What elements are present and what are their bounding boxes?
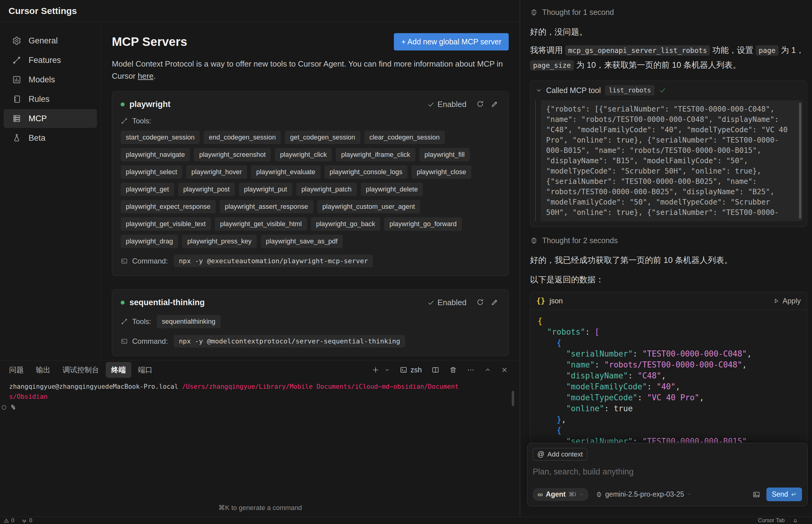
status-bar: 0 0 Cursor Tab [0, 517, 812, 524]
code-line: "displayName": "B15", "modelFamilyCode":… [546, 155, 797, 166]
panel-tab-2[interactable]: 调试控制台 [63, 365, 99, 375]
json-code-line: { [537, 425, 799, 436]
shell-session-item[interactable]: zsh [400, 366, 422, 374]
panel-tab-3[interactable]: 终端 [106, 362, 131, 378]
code-line: {"serialNumber": "TEST00-0000-000-B025",… [546, 176, 797, 186]
enabled-toggle[interactable]: Enabled [427, 298, 466, 307]
add-context-button[interactable]: @ Add context [533, 448, 587, 460]
model-selector[interactable]: gemini-2.5-pro-exp-03-25 [596, 490, 691, 498]
tools-icon [121, 117, 128, 125]
panel-tab-4[interactable]: 端口 [138, 365, 152, 375]
at-icon: @ [537, 450, 544, 458]
sidebar-item-beta[interactable]: Beta [4, 129, 97, 147]
ports-status[interactable]: 0 [21, 517, 32, 524]
tool-chip: playwright_get_visible_html [215, 217, 307, 231]
tool-chip: get_codegen_session [285, 131, 360, 144]
agent-shortcut: ⌘I [568, 491, 576, 498]
agent-mode-selector[interactable]: ∞ Agent ⌘I [533, 488, 589, 501]
thought-row-1[interactable]: Thought for 1 second [530, 8, 807, 17]
maximize-panel-button[interactable] [484, 366, 491, 373]
panel-tab-0[interactable]: 问题 [9, 365, 24, 375]
trash-icon [449, 366, 457, 374]
sidebar-item-label: Models [29, 75, 55, 84]
mcp-docs-link[interactable]: here [138, 71, 153, 81]
terminal-line: s/Obsidian [9, 392, 520, 402]
apply-button[interactable]: Apply [773, 297, 801, 305]
tool-chip: playwright_drag [121, 235, 178, 248]
tool-output-code[interactable]: {"robots": [{"serialNumber": "TEST00-000… [541, 100, 802, 221]
settings-body: General Features Models Rules MCP [0, 22, 520, 360]
tool-chip: playwright_post [178, 183, 235, 196]
code-line: "modelFamilyCode": "50", "modelTypeCode"… [546, 197, 797, 207]
inline-code: page [756, 45, 779, 55]
add-mcp-server-button[interactable]: + Add new global MCP server [394, 33, 509, 50]
edit-button[interactable] [490, 99, 500, 110]
bell-icon[interactable] [793, 518, 798, 523]
tools-label: Tools: [132, 117, 151, 125]
enabled-label: Enabled [437, 100, 466, 109]
brain-icon [530, 237, 538, 245]
chevron-up-icon [579, 492, 583, 497]
send-button[interactable]: Send ↵ [766, 488, 802, 501]
thought-label: Thought for 2 seconds [542, 236, 618, 245]
assistant-message: 好的，我已经成功获取了第一页的前 10 条机器人列表。 [530, 255, 807, 266]
tool-chip: playwright_get [121, 183, 174, 196]
sidebar-item-general[interactable]: General [4, 31, 97, 50]
tool-call-label: Called MCP tool [546, 86, 601, 95]
model-name: gemini-2.5-pro-exp-03-25 [606, 490, 684, 498]
server-name: playwright [130, 100, 170, 109]
close-panel-button[interactable] [501, 366, 508, 374]
sidebar-item-mcp[interactable]: MCP [4, 109, 97, 128]
pencil-icon [491, 298, 499, 306]
chevron-up-icon [687, 492, 691, 496]
image-icon[interactable] [752, 491, 760, 498]
panel-tab-1[interactable]: 输出 [36, 365, 50, 375]
thought-row-2[interactable]: Thought for 2 seconds [530, 236, 807, 245]
tool-chip: playwright_press_key [182, 235, 257, 248]
brain-icon [596, 491, 602, 498]
tool-output-scrollbar[interactable] [799, 103, 801, 219]
command-label: Command: [132, 337, 168, 346]
tool-chip: playwright_go_back [311, 217, 380, 231]
assistant-paragraph: 我将调用 mcp_gs_openapi_server_list_robots 功… [530, 43, 807, 72]
sidebar-item-features[interactable]: Features [4, 51, 97, 70]
json-code-line: "displayName": "C48", [537, 370, 799, 381]
terminal-output[interactable]: zhangqingyue@zhangqingyuedeMacBook-Pro.l… [0, 379, 520, 412]
tool-chip: playwright_patch [296, 183, 357, 196]
split-terminal-button[interactable] [432, 366, 440, 374]
code-line: Pro", "online": true}, {"serialNumber": … [546, 135, 797, 145]
tool-chip: playwright_iframe_click [336, 148, 415, 161]
sidebar-item-models[interactable]: Models [4, 70, 97, 89]
kill-terminal-button[interactable] [449, 366, 457, 374]
tool-chip-list: sequentialthinking [157, 315, 221, 328]
terminal-hint: ⌘K to generate a command [0, 504, 520, 512]
warnings-status[interactable]: 0 [4, 517, 14, 524]
more-actions-button[interactable] [467, 366, 475, 374]
refresh-button[interactable] [475, 297, 485, 308]
tool-chip: playwright_assert_response [220, 200, 313, 213]
json-code-line: "modelFamilyCode": "40", [537, 381, 799, 392]
chevron-down-icon [536, 87, 542, 93]
sidebar-item-rules[interactable]: Rules [4, 90, 97, 109]
terminal-dropdown-button[interactable] [384, 367, 390, 373]
terminal-scrollbar[interactable] [512, 391, 514, 406]
new-terminal-button[interactable] [372, 366, 380, 374]
chat-input-field[interactable]: Plan, search, build anything [533, 467, 802, 477]
ellipsis-icon [467, 366, 475, 374]
brain-icon [530, 9, 538, 16]
enabled-toggle[interactable]: Enabled [427, 100, 466, 109]
tool-call-header[interactable]: Called MCP tool list_robots [530, 81, 807, 100]
code-line: 000-B015", "name": "robots/TEST00-0000-0… [546, 145, 797, 155]
tool-chip: playwright_evaluate [251, 165, 320, 179]
edit-button[interactable] [490, 297, 500, 308]
thought-label: Thought for 1 second [542, 8, 614, 17]
shell-label: zsh [411, 366, 422, 374]
code-line: {"robots": [{"serialNumber": "TEST00-000… [546, 104, 797, 114]
server-name: sequential-thinking [130, 298, 205, 307]
mcp-settings-content: MCP Servers + Add new global MCP server … [101, 22, 520, 360]
mcp-tool-call-card: Called MCP tool list_robots {"robots": [… [530, 81, 807, 227]
cursor-tab-status[interactable]: Cursor Tab [758, 517, 785, 524]
prompt-status-icon [2, 405, 6, 410]
broadcast-tower-icon [21, 518, 27, 523]
refresh-button[interactable] [475, 99, 485, 110]
